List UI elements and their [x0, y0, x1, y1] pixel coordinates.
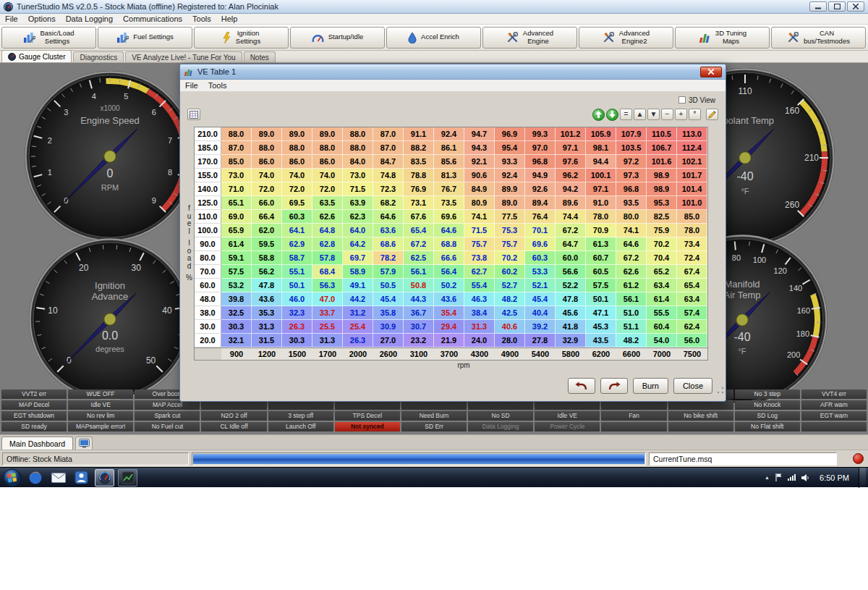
ve-cell[interactable]: 84.0 [343, 155, 373, 169]
ve-cell[interactable]: 100.1 [586, 169, 616, 182]
ve-row-header[interactable]: 140.0 [195, 182, 221, 196]
ve-cell[interactable]: 53.2 [221, 279, 252, 292]
ve-cell[interactable]: 48.2 [616, 334, 647, 347]
ve-cell[interactable]: 101.6 [647, 155, 677, 169]
value-down-button[interactable] [606, 109, 618, 121]
ve-cell[interactable]: 103.5 [616, 141, 647, 155]
ve-cell[interactable]: 60.3 [525, 251, 556, 265]
ve-cell[interactable]: 26.3 [282, 320, 312, 334]
ve-cell[interactable]: 64.0 [343, 224, 373, 237]
ve-cell[interactable]: 82.5 [647, 210, 677, 224]
ve-cell[interactable]: 47.1 [586, 306, 616, 320]
ve-cell[interactable]: 86.0 [282, 155, 312, 169]
ve-cell[interactable]: 29.4 [434, 320, 464, 334]
ve-cell[interactable]: 101.7 [677, 169, 707, 182]
ve-cell[interactable]: 80.0 [616, 210, 647, 224]
ve-cell[interactable]: 68.8 [434, 237, 464, 251]
ve-cell[interactable]: 87.0 [221, 141, 252, 155]
action-center-flag-icon[interactable] [775, 473, 783, 482]
ve-row-header[interactable]: 38.0 [195, 306, 221, 320]
ve-cell[interactable]: 47.8 [556, 292, 586, 306]
ve-cell[interactable]: 98.9 [647, 169, 677, 182]
ve-cell[interactable]: 86.1 [434, 141, 464, 155]
ve-cell[interactable]: 31.3 [464, 320, 495, 334]
window-titlebar[interactable]: TunerStudio MS v2.0.5 - Stock Miata (off… [0, 0, 868, 14]
show-desktop-button[interactable] [859, 468, 866, 488]
ve-cell[interactable]: 72.3 [373, 182, 404, 196]
ve-cell[interactable]: 57.5 [586, 279, 616, 292]
ve-cell[interactable]: 89.0 [495, 196, 525, 210]
start-button[interactable] [2, 469, 22, 486]
tunerstudio-taskbar-icon[interactable] [95, 469, 114, 486]
ve-cell[interactable]: 67.2 [556, 224, 586, 237]
ve-cell[interactable]: 31.2 [343, 306, 373, 320]
ve-cell[interactable]: 30.7 [404, 320, 434, 334]
ve-cell[interactable]: 65.4 [404, 224, 434, 237]
taskbar-clock[interactable]: 6:50 PM [815, 473, 854, 482]
ve-cell[interactable]: 78.0 [677, 224, 707, 237]
ve-cell[interactable]: 92.6 [525, 182, 556, 196]
ve-cell[interactable]: 93.5 [616, 196, 647, 210]
ve-cell[interactable]: 70.2 [495, 251, 525, 265]
ve-cell[interactable]: 63.5 [312, 196, 343, 210]
ve-cell[interactable]: 38.4 [464, 306, 495, 320]
tab-diagnostics[interactable]: Diagnostics [73, 51, 124, 62]
ve-row-header[interactable]: 30.0 [195, 320, 221, 334]
volume-icon[interactable] [801, 473, 810, 482]
ve-cell[interactable]: 92.4 [434, 127, 464, 141]
3d-view-checkbox[interactable] [678, 96, 686, 104]
menu-communications[interactable]: Communications [118, 14, 187, 25]
ve-cell[interactable]: 89.4 [525, 196, 556, 210]
table-tool-2[interactable]: ▼ [647, 109, 660, 120]
ve-cell[interactable]: 44.2 [343, 292, 373, 306]
menu-options[interactable]: Options [23, 14, 61, 25]
network-icon[interactable] [788, 474, 796, 481]
ve-cell[interactable]: 69.0 [221, 210, 252, 224]
toolbar-3d-tuning-maps[interactable]: 3D Tuning Maps [675, 27, 770, 49]
ve-cell[interactable]: 83.5 [404, 155, 434, 169]
ve-cell[interactable]: 74.0 [312, 169, 343, 182]
toolbar-startup-idle[interactable]: Startup/Idle [290, 27, 385, 49]
ve-cell[interactable]: 101.0 [677, 196, 707, 210]
ve-cell[interactable]: 74.1 [464, 210, 495, 224]
ve-cell[interactable]: 40.6 [495, 320, 525, 334]
ve-cell[interactable]: 73.1 [404, 196, 434, 210]
ve-cell[interactable]: 48.2 [495, 292, 525, 306]
ve-cell[interactable]: 96.8 [616, 182, 647, 196]
dyno-app-icon[interactable] [118, 469, 137, 486]
toolbar-fuel-settings[interactable]: Fuel Settings [98, 27, 192, 49]
ve-cell[interactable]: 74.0 [252, 169, 282, 182]
ve-cell[interactable]: 30.3 [221, 320, 252, 334]
ve-cell[interactable]: 88.0 [282, 141, 312, 155]
ve-cell[interactable]: 53.3 [525, 265, 556, 279]
ve-cell[interactable]: 57.9 [373, 265, 404, 279]
tab-main-dashboard[interactable]: Main Dashboard [1, 437, 73, 450]
ve-cell[interactable]: 70.9 [586, 224, 616, 237]
ve-cell[interactable]: 92.1 [464, 155, 495, 169]
ve-cell[interactable]: 41.8 [556, 320, 586, 334]
ve-cell[interactable]: 96.8 [525, 155, 556, 169]
ve-cell[interactable]: 61.4 [647, 292, 677, 306]
ve-cell[interactable]: 73.0 [343, 169, 373, 182]
ve-cell[interactable]: 51.1 [616, 320, 647, 334]
ve-cell[interactable]: 27.8 [525, 334, 556, 347]
ve-cell[interactable]: 50.8 [404, 279, 434, 292]
ve-cell[interactable]: 63.4 [647, 279, 677, 292]
ve-cell[interactable]: 45.6 [556, 306, 586, 320]
ve-cell[interactable]: 80.9 [464, 196, 495, 210]
ve-cell[interactable]: 75.9 [647, 224, 677, 237]
ve-cell[interactable]: 58.9 [343, 265, 373, 279]
ve-cell[interactable]: 97.1 [586, 182, 616, 196]
menu-data-logging[interactable]: Data Logging [61, 14, 118, 25]
undo-button[interactable] [568, 378, 595, 394]
ve-cell[interactable]: 75.3 [495, 224, 525, 237]
ve-cell[interactable]: 57.8 [312, 251, 343, 265]
ve-cell[interactable]: 46.0 [282, 292, 312, 306]
ve-cell[interactable]: 57.4 [677, 306, 707, 320]
ve-cell[interactable]: 70.1 [525, 224, 556, 237]
ve-cell[interactable]: 88.0 [343, 141, 373, 155]
ve-cell[interactable]: 84.9 [464, 182, 495, 196]
ve-cell[interactable]: 89.0 [282, 127, 312, 141]
ve-cell[interactable]: 49.1 [343, 279, 373, 292]
ve-cell[interactable]: 52.7 [495, 279, 525, 292]
